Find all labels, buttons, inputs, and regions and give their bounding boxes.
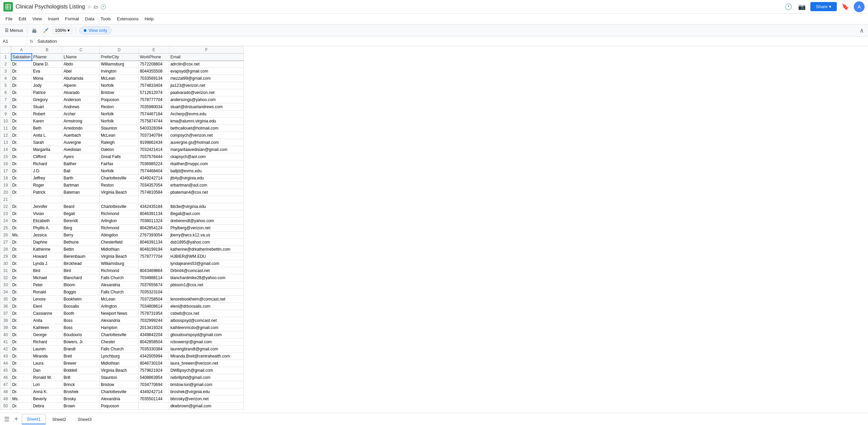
cell-B31[interactable]: Bird xyxy=(32,267,62,274)
cell-C37[interactable]: Booth xyxy=(62,310,100,317)
cell-B16[interactable]: Richard xyxy=(32,160,62,168)
cell-D47[interactable]: Bristow xyxy=(100,381,139,388)
cell-A6[interactable]: Dr. xyxy=(11,89,32,96)
cell-D13[interactable]: Raleigh xyxy=(100,139,139,146)
cell-F11[interactable]: bethcallouet@hotmail.com xyxy=(169,125,244,132)
cell-D10[interactable]: Norfolk xyxy=(100,118,139,125)
cell-B9[interactable]: Robert xyxy=(32,111,62,118)
cell-B48[interactable]: Anna K. xyxy=(32,388,62,395)
cell-E17[interactable]: 7574468404 xyxy=(139,168,169,175)
cell-E9[interactable]: 7574467184 xyxy=(139,111,169,118)
cell-E23[interactable]: 8046391134 xyxy=(139,210,169,217)
cell-F3[interactable]: evapsyd@gmail.com xyxy=(169,68,244,75)
cell-A31[interactable]: Dr. xyxy=(11,267,32,274)
cell-D19[interactable]: Reston xyxy=(100,182,139,189)
cell-D3[interactable]: Irvington xyxy=(100,68,139,75)
cell-F33[interactable]: pbloom1@cox.net xyxy=(169,282,244,289)
cell-E30[interactable] xyxy=(139,260,169,267)
cell-A16[interactable]: Dr. xyxy=(11,160,32,168)
cell-F40[interactable]: gboudourispsyd@gmail.com xyxy=(169,331,244,339)
cell-C4[interactable]: Abuhamda xyxy=(62,75,100,82)
cell-reference-box[interactable]: A1 xyxy=(0,37,27,46)
cell-D27[interactable]: Chesterfield xyxy=(100,239,139,246)
menu-format[interactable]: Format xyxy=(62,15,82,23)
cell-A47[interactable]: Dr. xyxy=(11,381,32,388)
cell-D11[interactable]: Staunton xyxy=(100,125,139,132)
cell-C19[interactable]: Bartman xyxy=(62,182,100,189)
menus-button[interactable]: ☰ Menus xyxy=(3,26,25,34)
cell-E20[interactable]: 7574810584 xyxy=(139,189,169,196)
cell-E27[interactable]: 8046391134 xyxy=(139,239,169,246)
cell-c1[interactable]: LName xyxy=(62,54,100,61)
cell-A26[interactable]: Ms. xyxy=(11,232,32,239)
cell-B23[interactable]: Vivian xyxy=(32,210,62,217)
cell-B11[interactable]: Beth xyxy=(32,125,62,132)
cell-B25[interactable]: Phyllis A. xyxy=(32,225,62,232)
cell-A48[interactable]: Dr. xyxy=(11,388,32,395)
cell-E33[interactable]: 7037655674 xyxy=(139,282,169,289)
cell-C21[interactable] xyxy=(62,196,100,203)
cell-E13[interactable]: 9199862434 xyxy=(139,139,169,146)
cell-B46[interactable]: Ronald W. xyxy=(32,374,62,381)
cell-D45[interactable]: Virginia Beach xyxy=(100,367,139,374)
cell-B21[interactable] xyxy=(32,196,62,203)
cell-C47[interactable]: Brinck xyxy=(62,381,100,388)
cell-D26[interactable]: Abingdon xyxy=(100,232,139,239)
star-icon[interactable]: ☆ xyxy=(87,4,92,9)
cell-F48[interactable]: broshek@virginia.edu xyxy=(169,388,244,395)
cell-C35[interactable]: Bookheim xyxy=(62,296,100,303)
cell-C49[interactable]: Brosky xyxy=(62,395,100,403)
cell-D30[interactable]: Williamsburg xyxy=(100,260,139,267)
cell-A29[interactable]: Dr. xyxy=(11,253,32,260)
avatar[interactable]: A xyxy=(854,1,865,12)
cell-F13[interactable]: auvergne.gs@hotmail.com xyxy=(169,139,244,146)
cell-D38[interactable]: Alexandria xyxy=(100,317,139,324)
cell-B19[interactable]: Roger xyxy=(32,182,62,189)
cell-F12[interactable]: compsych@verizon.net xyxy=(169,132,244,139)
history-icon[interactable]: 🕐 xyxy=(100,4,106,9)
cell-D6[interactable]: Bristow xyxy=(100,89,139,96)
cell-F26[interactable]: jberry@wcs.k12.va.us xyxy=(169,232,244,239)
cell-F39[interactable]: kathleenmcdo@gmail.com xyxy=(169,324,244,331)
cell-A8[interactable]: Dr. xyxy=(11,103,32,111)
cell-F35[interactable]: lenorebookheim@comcast.net xyxy=(169,296,244,303)
col-header-f[interactable]: F xyxy=(169,46,244,54)
cell-F9[interactable]: Archerp@evms.edu xyxy=(169,111,244,118)
cell-E21[interactable] xyxy=(139,196,169,203)
cell-D31[interactable]: Richmond xyxy=(100,267,139,274)
cell-F50[interactable]: dkwbrown@gmail.com xyxy=(169,403,244,410)
cell-C26[interactable]: Berry xyxy=(62,232,100,239)
cell-D24[interactable]: Arlington xyxy=(100,217,139,225)
cell-A12[interactable]: Dr. xyxy=(11,132,32,139)
cell-C34[interactable]: Boggio xyxy=(62,289,100,296)
cell-D2[interactable]: Williamsburg xyxy=(100,61,139,68)
cell-C42[interactable]: Brandt xyxy=(62,346,100,353)
cell-A37[interactable]: Dr. xyxy=(11,310,32,317)
cell-E34[interactable]: 7035323104 xyxy=(139,289,169,296)
cell-B13[interactable]: Sarah xyxy=(32,139,62,146)
cell-E11[interactable]: 5403328394 xyxy=(139,125,169,132)
cell-B36[interactable]: Eleni xyxy=(32,303,62,310)
cell-D18[interactable]: Charlottesville xyxy=(100,175,139,182)
cell-C17[interactable]: Ball xyxy=(62,168,100,175)
cell-F15[interactable]: ckapsych@aol.com xyxy=(169,153,244,160)
cell-F20[interactable]: pbateman4@cox.net xyxy=(169,189,244,196)
cell-B32[interactable]: Michael xyxy=(32,274,62,282)
cell-A10[interactable]: Dr. xyxy=(11,118,32,125)
cell-F49[interactable]: bbrosky@verizon.net xyxy=(169,395,244,403)
cell-B44[interactable]: Laura xyxy=(32,360,62,367)
cell-F10[interactable]: kma@alumni.virginia.edu xyxy=(169,118,244,125)
cell-D15[interactable]: Great Falls xyxy=(100,153,139,160)
cell-D34[interactable]: Falls Church xyxy=(100,289,139,296)
cell-C40[interactable]: Boudouris xyxy=(62,331,100,339)
cell-D29[interactable]: Virginia Beach xyxy=(100,253,139,260)
cell-E6[interactable]: 5712612074 xyxy=(139,89,169,96)
cell-E24[interactable]: 7036011324 xyxy=(139,217,169,225)
cell-F47[interactable]: bristow.lori@gmail.com xyxy=(169,381,244,388)
cell-F14[interactable]: margaritaavedisian@gmail.com xyxy=(169,146,244,153)
cell-C11[interactable]: Arredondo xyxy=(62,125,100,132)
cell-D32[interactable]: Falls Church xyxy=(100,274,139,282)
cell-A15[interactable]: Dr. xyxy=(11,153,32,160)
col-header-e[interactable]: E xyxy=(139,46,169,54)
cell-B14[interactable]: Margarita xyxy=(32,146,62,153)
